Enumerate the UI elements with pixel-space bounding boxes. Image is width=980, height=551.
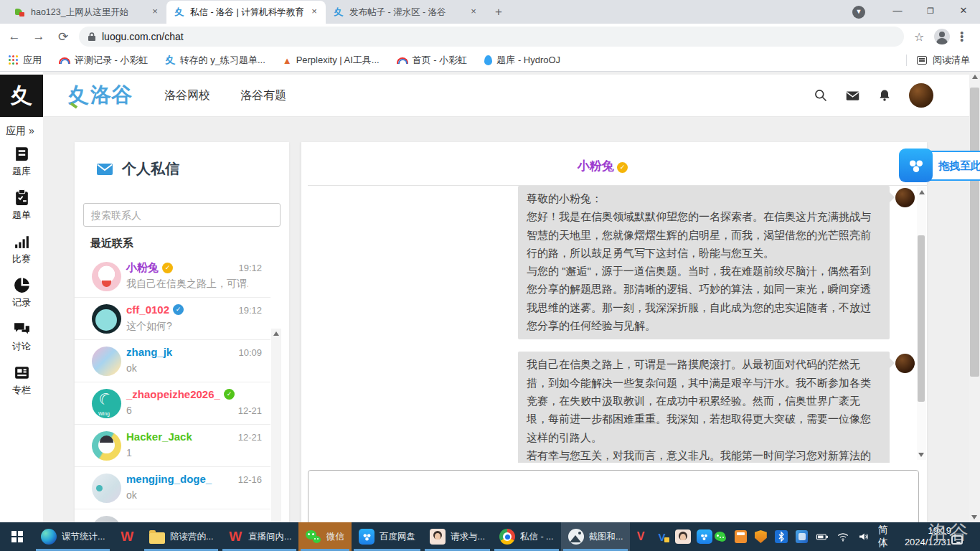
contacts-panel: 个人私信 最近联系 小粉兔✓ 19:12 我自己在信奥之路上，可谓... cff… [75,142,289,522]
app-menu-label[interactable]: 应用 » [6,125,34,138]
page-scrollbar[interactable] [969,72,980,522]
baidu-netdisk-icon [899,149,933,182]
luogu-app-logo[interactable]: 夊 [0,75,43,117]
assistant-avatar-icon [430,529,446,545]
nav-luogu-youti[interactable]: 洛谷有题 [240,88,286,103]
sidebar-item-problems[interactable]: 题库 [0,145,43,178]
search-icon[interactable] [814,88,828,103]
bookmark-apps[interactable]: 应用 [9,54,42,67]
tab-close-icon[interactable]: × [468,6,479,18]
wps-icon: W [119,529,135,545]
contact-row-xiaofentu[interactable]: 小粉兔✓ 19:12 我自己在信奥之路上，可谓... [75,255,270,298]
side-menu: 题库 题单 比赛 记录 讨论 专栏 [0,145,43,397]
person-icon [675,529,691,544]
bluetooth-icon[interactable] [775,530,788,543]
ime-indicator[interactable]: 简体 [878,524,897,550]
close-button[interactable]: ✕ [947,0,980,24]
contact-row-partial[interactable] [75,509,270,522]
reading-list-label[interactable]: 阅读清单 [933,54,970,67]
verified-badge-icon: ✓ [617,162,628,173]
message-input[interactable] [308,470,919,522]
taskbar-item-netdisk[interactable]: 百度网盘 [352,522,423,551]
contact-row-mengjingdoge[interactable]: mengjing_doge_ 12-16 ok [75,467,270,509]
contact-row-zhangjk[interactable]: zhang_jk 10:09 ok [75,340,270,382]
tab-hao123[interactable]: hao123_上网从这里开始 × [7,1,166,24]
taskbar-item-wps[interactable]: W [112,522,142,551]
taskbar-item-chrome[interactable]: 私信 - ... [492,522,561,551]
luogu-favicon: 夊 [174,6,185,18]
taskbar-item-assistant[interactable]: 请求与... [423,522,492,551]
bookmark-star-icon[interactable]: ☆ [914,30,924,44]
reload-button[interactable]: ⟳ [53,29,73,44]
luogu-logo[interactable]: 夊 洛谷 [68,81,132,110]
luogu-icon: 夊 [166,54,176,67]
windows-logo-icon [11,531,23,542]
messages-scrollbar[interactable] [917,187,926,460]
taskbar-item-person[interactable] [672,522,693,551]
rainbow-icon [397,57,408,64]
new-tab-button[interactable]: + [489,3,508,22]
url-field[interactable]: luogu.com.cn/chat [79,27,904,47]
tab-close-icon[interactable]: × [308,6,320,18]
taskbar-item-netdisk-small[interactable] [694,522,715,551]
sidebar-item-records[interactable]: 记录 [0,276,43,309]
minimize-button[interactable]: — [881,0,914,24]
volume-icon[interactable] [857,530,870,543]
browser-update-icon[interactable]: ▼ [852,6,865,19]
orange-app-icon[interactable] [735,530,747,543]
bookmark-hydrooj[interactable]: 题库 - HydroOJ [484,54,560,67]
battery-icon[interactable] [816,530,829,543]
contacts-scrollbar[interactable] [271,329,281,522]
scrollbar-thumb[interactable] [918,235,925,402]
chat-bubbles-icon [13,320,31,338]
bookmark-judge-records[interactable]: 评测记录 - 小彩虹 [59,54,149,67]
apps-grid-icon [9,55,19,65]
tab-luogu-post[interactable]: 夊 发布帖子 - 灌水区 - 洛谷 × [326,1,485,24]
tab-close-icon[interactable]: × [149,6,161,18]
sidebar-item-discuss[interactable]: 讨论 [0,320,43,353]
start-button[interactable] [0,522,34,551]
user-avatar[interactable] [909,83,933,108]
profile-icon[interactable] [934,29,950,44]
taskbar-item-wps-doc[interactable]: W 直播间内... [220,522,298,551]
taskbar-item-edge[interactable]: 课节统计... [34,522,112,551]
taskbar-item-tencent-video[interactable]: V [630,522,651,551]
contact-row-hackerjack[interactable]: Hacker_Jack 12-21 1 [75,425,270,467]
taskbar: 课节统计... W 陪读营的... W 直播间内... 微信 百度网盘 请求与.… [0,522,980,551]
screenshot-icon [568,529,584,545]
bookmark-home[interactable]: 首页 - 小彩虹 [397,54,468,67]
blue-app-icon[interactable] [796,530,808,543]
bookmark-problem-list[interactable]: 夊 转存的 y_练习题单... [166,54,265,67]
security-shield-icon[interactable] [755,530,767,543]
browser-menu-icon[interactable]: ••• [960,32,964,42]
tab-title: 私信 - 洛谷 | 计算机科学教育新生 [190,6,303,19]
bookmark-perplexity[interactable]: ▲ Perplexity | AI工具... [283,54,380,67]
bell-icon[interactable] [877,88,892,103]
droplet-icon [484,55,492,65]
chrome-icon [499,529,515,545]
sidebar-item-problem-lists[interactable]: 题单 [0,189,43,222]
avatar [895,354,915,373]
message-bubble: 我自己在信奥之路上，可谓是一路摸爬滚打。从最初面对代码的茫然无措，到如今能解决一… [518,352,890,463]
nav-luogu-school[interactable]: 洛谷网校 [164,88,210,103]
tab-luogu-chat[interactable]: 夊 私信 - 洛谷 | 计算机科学教育新生 × [166,1,326,24]
message-row: 尊敬的小粉兔： 您好！我是在信奥领域默默仰望您的一名探索者。在信奥这片充满挑战与… [308,186,927,339]
baidu-netdisk-icon [697,529,712,544]
wifi-icon[interactable] [837,530,849,543]
sidebar-item-articles[interactable]: 专栏 [0,364,43,397]
scrollbar-thumb[interactable] [970,88,979,377]
wechat-tray-icon[interactable] [715,530,727,543]
search-contacts-input[interactable] [83,203,281,227]
forward-button[interactable]: → [29,29,49,44]
maximize-button[interactable]: ❐ [914,0,947,24]
contact-row-zhaopeizhe[interactable]: _zhaopeizhe2026_✓ 12-21 6 [75,382,270,425]
avatar [895,188,915,207]
taskbar-item-voov[interactable]: V [651,522,672,551]
mail-icon[interactable] [845,88,860,103]
contact-row-cff0102[interactable]: cff_0102✓ 19:12 这个如何? [75,298,270,340]
taskbar-item-folder[interactable]: 陪读营的... [142,522,220,551]
sidebar-item-contests[interactable]: 比赛 [0,232,43,265]
taskbar-item-wechat[interactable]: 微信 [298,522,352,551]
back-button[interactable]: ← [4,29,24,44]
taskbar-item-snip[interactable]: 截图和... [561,522,631,551]
